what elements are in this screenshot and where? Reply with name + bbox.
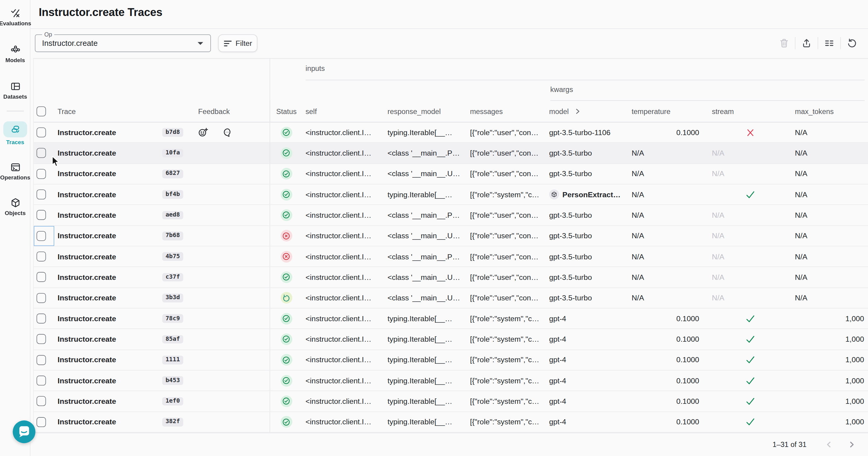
filter-button[interactable]: Filter	[218, 34, 257, 52]
trace-op-name[interactable]: Instructor.create	[54, 418, 116, 426]
manage-columns-icon[interactable]	[824, 38, 834, 48]
column-header-temperature[interactable]: temperature	[628, 100, 709, 122]
table-body: Instructor.create b7d8	[34, 122, 868, 432]
column-header-messages[interactable]: messages	[467, 100, 546, 122]
table-row[interactable]: Instructor.create 85af	[34, 329, 868, 350]
model-value: gpt-3.5-turbo	[549, 232, 592, 240]
trace-op-name[interactable]: Instructor.create	[54, 149, 116, 158]
column-header-row: Trace Feedback Status self response_mode…	[34, 100, 868, 122]
table-row[interactable]: Instructor.create b7d8	[34, 122, 868, 143]
sidebar-item-models[interactable]: Models	[0, 44, 30, 63]
table-row[interactable]: Instructor.create 7b68	[34, 226, 868, 247]
row-checkbox[interactable]	[36, 293, 46, 303]
column-header-trace[interactable]: Trace	[54, 100, 192, 122]
table-row[interactable]: Instructor.create bf4b	[34, 184, 868, 205]
active-pill	[3, 121, 27, 137]
trace-op-name[interactable]: Instructor.create	[54, 232, 116, 240]
table-row[interactable]: Instructor.create c37f	[34, 267, 868, 288]
row-checkbox[interactable]	[36, 190, 46, 199]
status-cell	[270, 226, 302, 246]
column-header-response-model[interactable]: response_model	[384, 100, 467, 122]
trace-op-name[interactable]: Instructor.create	[54, 376, 116, 385]
self-value: <instructor.client.I…	[306, 418, 371, 426]
column-header-model[interactable]: model	[546, 100, 628, 122]
messages-cell: [{"role":"user","con…	[467, 288, 546, 308]
row-checkbox[interactable]	[36, 272, 46, 282]
add-reaction-icon[interactable]	[198, 127, 208, 138]
row-checkbox-cell	[34, 350, 54, 370]
trace-op-name[interactable]: Instructor.create	[54, 273, 116, 281]
select-all-checkbox[interactable]	[36, 107, 46, 116]
temperature-cell: 0.1000	[628, 309, 709, 329]
trace-op-name[interactable]: Instructor.create	[54, 315, 116, 323]
sidebar-item-operations[interactable]: Operations	[0, 162, 30, 180]
table-row[interactable]: Instructor.create 10fa	[34, 143, 868, 164]
traces-icon	[10, 124, 21, 135]
messages-value: [{"role":"system","c…	[470, 418, 539, 426]
table-row[interactable]: Instructor.create 6827	[34, 164, 868, 184]
row-checkbox[interactable]	[36, 314, 46, 323]
comment-icon[interactable]	[222, 127, 232, 138]
row-checkbox[interactable]	[36, 355, 46, 365]
filter-button-label: Filter	[236, 39, 252, 47]
delete-icon[interactable]	[779, 38, 789, 48]
column-header-max-tokens[interactable]: max_tokens	[792, 100, 868, 122]
table-row[interactable]: Instructor.create 78c9	[34, 309, 868, 329]
column-header-status[interactable]: Status	[270, 100, 302, 122]
model-cell: gpt-4	[546, 350, 628, 370]
table-row[interactable]: Instructor.create 4b75	[34, 247, 868, 267]
column-header-self[interactable]: self	[302, 100, 384, 122]
temperature-value: N/A	[632, 149, 644, 158]
table-row[interactable]: Instructor.create 1111	[34, 350, 868, 371]
trace-op-name[interactable]: Instructor.create	[54, 335, 116, 343]
trace-op-name[interactable]: Instructor.create	[54, 170, 116, 178]
table-row[interactable]: Instructor.create 382f	[34, 412, 868, 432]
row-checkbox[interactable]	[36, 231, 46, 241]
trace-cell: Instructor.create 1ef0	[54, 391, 192, 411]
table-row[interactable]: Instructor.create 1ef0	[34, 391, 868, 412]
model-cell: gpt-3.5-turbo	[546, 164, 628, 184]
row-checkbox[interactable]	[36, 210, 46, 220]
op-select[interactable]: Op Instructor.create	[35, 34, 211, 52]
column-header-feedback[interactable]: Feedback	[192, 100, 270, 122]
self-value: <instructor.client.I…	[306, 356, 371, 364]
sidebar-item-evaluations[interactable]: Evaluations	[0, 8, 30, 27]
row-checkbox[interactable]	[36, 396, 46, 406]
table-row[interactable]: Instructor.create aed8	[34, 205, 868, 226]
trace-op-name[interactable]: Instructor.create	[54, 128, 116, 137]
table-row[interactable]: Instructor.create b453	[34, 371, 868, 392]
row-checkbox[interactable]	[36, 148, 46, 158]
row-checkbox[interactable]	[36, 127, 46, 138]
self-cell: <instructor.client.I…	[302, 371, 384, 391]
messages-cell: [{"role":"user","con…	[467, 122, 546, 143]
self-value: <instructor.client.I…	[306, 211, 371, 220]
self-value: <instructor.client.I…	[306, 335, 371, 343]
row-checkbox[interactable]	[36, 375, 46, 386]
trace-op-name[interactable]: Instructor.create	[54, 397, 116, 406]
sidebar-item-traces[interactable]: Traces	[0, 121, 30, 145]
messages-value: [{"role":"user","con…	[470, 170, 538, 178]
trace-op-name[interactable]: Instructor.create	[54, 190, 116, 199]
previous-page-button[interactable]	[825, 440, 833, 449]
column-header-stream[interactable]: stream	[709, 100, 792, 122]
export-icon[interactable]	[802, 38, 812, 48]
chat-support-button[interactable]	[13, 420, 35, 443]
trace-op-name[interactable]: Instructor.create	[54, 294, 116, 302]
temperature-value: N/A	[632, 211, 644, 220]
trace-op-name[interactable]: Instructor.create	[54, 211, 116, 220]
sidebar-item-objects[interactable]: Objects	[0, 197, 30, 216]
row-checkbox[interactable]	[36, 252, 46, 261]
next-page-button[interactable]	[847, 440, 855, 449]
max-tokens-value: N/A	[795, 149, 807, 158]
sidebar-item-datasets[interactable]: Datasets	[0, 81, 30, 99]
response-model-cell: <class '__main__.U…	[384, 226, 467, 246]
row-checkbox[interactable]	[36, 334, 46, 344]
table-row[interactable]: Instructor.create 3b3d	[34, 288, 868, 309]
row-checkbox[interactable]	[36, 169, 46, 179]
row-checkbox[interactable]	[36, 417, 46, 427]
trace-op-name[interactable]: Instructor.create	[54, 252, 116, 261]
refresh-icon[interactable]	[847, 38, 857, 48]
trace-id-chip: 85af	[162, 335, 183, 343]
status-cell	[270, 329, 302, 349]
trace-op-name[interactable]: Instructor.create	[54, 356, 116, 364]
